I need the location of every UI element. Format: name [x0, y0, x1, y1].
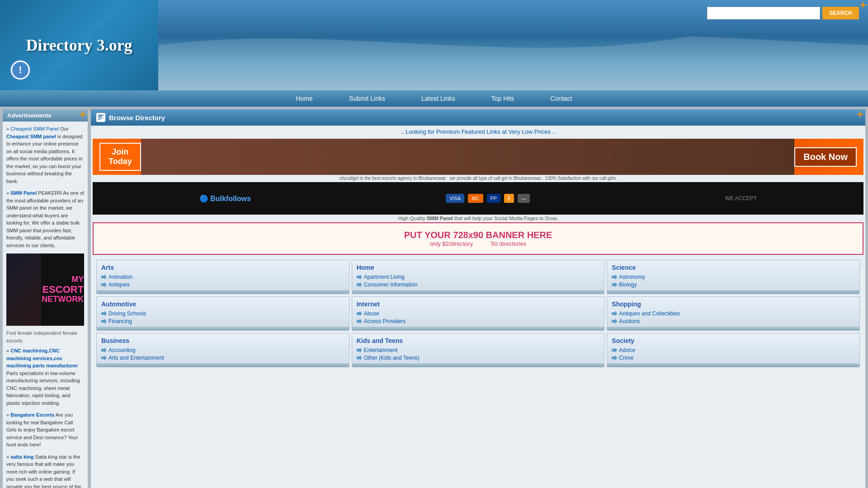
category-item-label: Accounting [108, 347, 135, 353]
category-box-business: BusinessAccountingArts and Entertainment [96, 333, 349, 367]
category-item-label: Antiques and Collectibles [619, 310, 680, 317]
category-item-label: Advice [619, 347, 635, 353]
nav-item-contact[interactable]: Contact [532, 90, 590, 107]
ad-block-2: » SMM Panel PEAKERR As one of the most a… [6, 189, 84, 249]
category-title-4: Internet [357, 300, 600, 308]
cat-box-bottom-decoration [97, 363, 349, 367]
category-item[interactable]: Astronomy [612, 274, 855, 280]
svg-rect-3 [98, 115, 104, 116]
cat-box-bottom-decoration [352, 363, 604, 367]
browse-pin-icon [856, 110, 864, 118]
category-item[interactable]: Driving Schools [101, 310, 344, 317]
ads-content: » Cheapest SMM Panel Our Cheapest SMM pa… [3, 122, 88, 488]
category-title-7: Kids and Teens [357, 337, 600, 344]
category-item[interactable]: Antiques [101, 282, 344, 288]
category-item[interactable]: Animation [101, 274, 344, 280]
category-item[interactable]: Other (Kids and Teens) [357, 355, 600, 361]
category-title-5: Shopping [612, 300, 855, 308]
category-item-label: Entertainment [364, 347, 398, 353]
featured-link[interactable]: .. Looking for Premium Featured Links at… [93, 126, 863, 138]
svg-rect-6 [98, 119, 101, 120]
category-title-0: Arts [101, 264, 344, 271]
svg-text:!: ! [19, 64, 22, 75]
payment-icons: VISA MC PP ₿ — [446, 194, 530, 203]
category-item[interactable]: Consumer Information [357, 282, 600, 288]
category-item[interactable]: Apartment Living [357, 274, 600, 280]
category-box-science: ScienceAstronomyBiology [607, 260, 860, 294]
ad-block-3: » CNC machining,CNC machining services,c… [6, 347, 84, 407]
category-item[interactable]: Auctions [612, 318, 855, 324]
category-item[interactable]: Financing [101, 318, 344, 324]
banner-area: SEARCH [158, 0, 868, 90]
ads-panel: Advertisements » Cheapest SMM Panel Our … [2, 109, 88, 488]
ad-block-1: » Cheapest SMM Panel Our Cheapest SMM pa… [6, 125, 84, 185]
category-arrow-icon [101, 355, 107, 361]
nav-item-submit-links[interactable]: Submit Links [331, 90, 403, 107]
category-arrow-icon [612, 319, 617, 324]
cat-box-bottom-decoration [607, 363, 859, 367]
category-item-label: Access Providers [364, 318, 406, 324]
category-arrow-icon [101, 274, 107, 280]
ad1-link1[interactable]: Cheapest SMM Panel [10, 126, 59, 131]
category-box-home: HomeApartment LivingConsumer Information [352, 260, 605, 294]
browse-area: Browse Directory .. Looking for Premium … [90, 109, 866, 488]
escorts-promo-banner[interactable]: JoinToday Book Now [93, 139, 863, 175]
ad4-link[interactable]: Bangalore Escorts [10, 412, 54, 418]
ad3-link[interactable]: CNC machining,CNC machining services,cnc… [6, 348, 78, 368]
category-title-3: Automotive [101, 300, 344, 308]
category-item-label: Astronomy [619, 274, 645, 280]
category-arrow-icon [101, 319, 107, 324]
ad1-link2[interactable]: Cheapest SMM panel [6, 134, 56, 139]
smm-banner[interactable]: 🔵 Bulkfollows VISA MC PP ₿ — WE ACCEPT [93, 182, 863, 215]
category-arrow-icon [357, 355, 362, 361]
category-arrow-icon [101, 347, 107, 353]
svg-rect-5 [98, 117, 103, 118]
ad2-link[interactable]: SMM Panel [10, 190, 37, 196]
category-arrow-icon [612, 311, 617, 316]
category-item[interactable]: Advice [612, 347, 855, 353]
ads-header: Advertisements [3, 109, 88, 122]
nav-item-latest-links[interactable]: Latest Links [403, 90, 473, 107]
category-item-label: Abuse [364, 310, 379, 317]
logo-icon: ! [9, 59, 32, 81]
category-item[interactable]: Crime [612, 355, 855, 361]
svg-rect-4 [98, 116, 102, 117]
category-item[interactable]: Biology [612, 282, 855, 288]
category-box-arts: ArtsAnimationAntiques [96, 260, 349, 294]
logo-area: Directory 3.org ! [0, 0, 158, 90]
join-today-button[interactable]: JoinToday [99, 143, 141, 171]
category-item[interactable]: Access Providers [357, 318, 600, 324]
category-arrow-icon [612, 274, 617, 280]
nav-item-top-hits[interactable]: Top Hits [473, 90, 533, 107]
category-arrow-icon [357, 311, 362, 316]
category-item-label: Animation [108, 274, 132, 280]
cat-box-bottom-decoration [97, 290, 349, 294]
category-arrow-icon [101, 282, 107, 287]
cat-box-bottom-decoration [97, 327, 349, 330]
smm-logo: 🔵 Bulkfollows [199, 194, 251, 203]
browse-content: .. Looking for Premium Featured Links at… [91, 126, 865, 373]
ad5-link[interactable]: satta king [10, 454, 33, 460]
ad-block-4: » Bangalore Escorts Are you looking for … [6, 411, 84, 449]
category-item-label: Crime [619, 355, 633, 361]
category-item[interactable]: Arts and Entertainment [101, 355, 344, 361]
category-item[interactable]: Entertainment [357, 347, 600, 353]
category-arrow-icon [612, 347, 617, 353]
escort-banner[interactable]: MY ESCORT NETWORK [6, 253, 84, 326]
category-item-label: Financing [108, 318, 132, 324]
nav-item-home[interactable]: Home [278, 90, 330, 107]
smm-caption: High Quality SMM Panel that will help yo… [93, 216, 863, 221]
category-arrow-icon [357, 282, 362, 287]
category-item[interactable]: Abuse [357, 310, 600, 317]
book-now-button[interactable]: Book Now [794, 147, 857, 167]
put-banner[interactable]: PUT YOUR 728x90 BANNER HERE only $2/dire… [93, 222, 863, 255]
main-content: Advertisements » Cheapest SMM Panel Our … [0, 107, 868, 488]
category-box-shopping: ShoppingAntiques and CollectiblesAuction… [607, 296, 860, 331]
cat-box-bottom-decoration [352, 327, 604, 330]
put-banner-title: PUT YOUR 728x90 BANNER HERE [404, 230, 552, 240]
category-arrow-icon [612, 282, 617, 287]
category-arrow-icon [612, 355, 617, 361]
category-item[interactable]: Antiques and Collectibles [612, 310, 855, 317]
category-arrow-icon [101, 311, 107, 316]
category-item[interactable]: Accounting [101, 347, 344, 353]
